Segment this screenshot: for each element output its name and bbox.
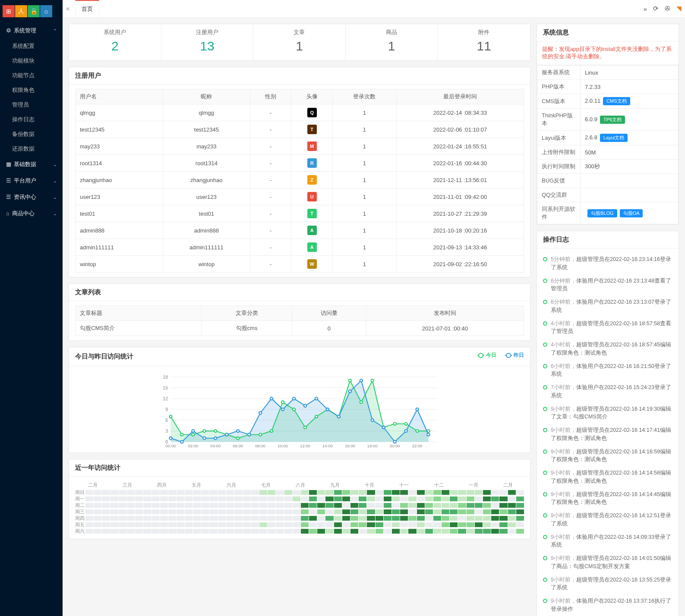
cell-username: user123: [76, 189, 163, 205]
heatmap-cell: [350, 522, 358, 527]
cell-avatar: M: [291, 138, 332, 155]
avatar: W: [307, 259, 317, 269]
heatmap-cell: [293, 516, 300, 521]
heatmap-cell: [160, 490, 168, 495]
chevron-icon: ⌄: [53, 195, 57, 200]
heatmap-cell: [342, 503, 350, 508]
cell-login-count: 1: [332, 239, 396, 256]
sysinfo-value: 300秒: [581, 160, 679, 174]
heatmap-cell: [293, 490, 300, 495]
stat-label: 附件: [438, 28, 530, 36]
sysinfo-row: ThinkPHP版本6.0.9TP6文档: [537, 109, 679, 131]
heatmap-cell: [384, 490, 391, 495]
flag-icon[interactable]: ◥: [676, 5, 682, 13]
tab-more-icon[interactable]: »: [644, 5, 647, 13]
doc-link-tag[interactable]: Layui文档: [600, 134, 628, 142]
log-item: 9小时前，体验用户在2022-02-16 13:37:16执行了登录操作: [543, 594, 672, 616]
heatmap-cell: [226, 490, 234, 495]
nav-group[interactable]: ☰平台用户⌄: [0, 173, 63, 189]
nav-sub-item[interactable]: 管理员: [0, 97, 63, 112]
log-time: 9小时前，: [551, 406, 576, 412]
heatmap-month-label: 一月: [469, 482, 478, 488]
heatmap-cell: [202, 516, 209, 521]
svg-point-57: [248, 433, 250, 436]
cell-avatar: A: [291, 222, 332, 239]
heatmap-cell: [226, 509, 234, 514]
sysinfo-key: Layui版本: [537, 131, 581, 145]
heatmap-cell: [309, 522, 317, 527]
heatmap-row: 周六: [75, 528, 524, 534]
heatmap-cell: [168, 509, 176, 514]
doc-link-tag[interactable]: 勾股BLOG: [587, 209, 617, 217]
heatmap-cell: [516, 509, 524, 514]
heatmap-cell: [350, 529, 358, 534]
nav-sub-item[interactable]: 系统配置: [0, 39, 63, 53]
refresh-icon[interactable]: ⟳: [653, 5, 659, 13]
svg-text:10:00: 10:00: [278, 443, 288, 448]
doc-link-tag[interactable]: TP6文档: [600, 116, 625, 124]
nav-sub-item[interactable]: 功能模块: [0, 53, 63, 68]
heatmap-cell: [110, 503, 118, 508]
heatmap-cell: [152, 529, 160, 534]
log-item: 9小时前，超级管理员在2022-02-16 14:14:45编辑了权限角色：测试…: [543, 488, 672, 509]
heatmap-cell: [119, 497, 126, 501]
heatmap-cell: [334, 497, 342, 501]
tab-home[interactable]: 首页: [75, 0, 99, 17]
cell-nickname: may233: [163, 138, 250, 155]
nav-sub-item[interactable]: 权限角色: [0, 83, 63, 97]
table-header: 最后登录时间: [397, 89, 524, 104]
heatmap-cell: [400, 503, 408, 508]
reguser-card: 注册用户 用户名昵称性别头像登录次数最后登录时间 qlmgg qlmgg - Q…: [69, 67, 530, 277]
heatmap-cell: [185, 522, 193, 527]
nav-sub-item[interactable]: 操作日志: [0, 112, 63, 127]
heatmap-cell: [276, 490, 284, 495]
nav-group[interactable]: ☰资讯中心⌄: [0, 189, 63, 205]
heatmap-cell: [499, 497, 507, 501]
heatmap-cell: [442, 516, 449, 521]
heatmap-cell: [193, 522, 201, 527]
heatmap-cell: [376, 529, 383, 534]
nav-group[interactable]: ⌂商品中心⌄: [0, 205, 63, 222]
heatmap-cell: [152, 516, 160, 521]
nav-group[interactable]: ⚙系统管理⌃: [0, 22, 63, 39]
heatmap-cell: [301, 516, 309, 521]
heatmap-cell: [508, 522, 516, 527]
heatmap-cell: [425, 522, 433, 527]
nav-group[interactable]: ▦基础数据⌄: [0, 156, 63, 173]
cell-username: root1314: [76, 155, 163, 172]
heatmap-cell: [218, 509, 226, 514]
heatmap-cell: [185, 509, 193, 514]
sysinfo-row: PHP版本7.2.33: [537, 80, 679, 94]
nav-sub-item[interactable]: 功能节点: [0, 68, 63, 83]
nav-sub-item[interactable]: 备份数据: [0, 127, 63, 141]
nav-sub-item[interactable]: 还原数据: [0, 141, 63, 156]
heatmap-cell: [442, 529, 449, 534]
sysinfo-row: BUG反馈: [537, 174, 679, 188]
chevron-icon: ⌄: [53, 179, 57, 183]
heatmap-cell: [400, 522, 408, 527]
heatmap-cell: [334, 516, 342, 521]
sysinfo-row: 上传附件限制50M: [537, 145, 679, 160]
heatmap-cell: [301, 497, 309, 501]
heatmap-cell: [276, 529, 284, 534]
doc-link-tag[interactable]: CMS文档: [603, 97, 630, 105]
heatmap-cell: [127, 509, 135, 514]
heatmap-cell: [442, 509, 449, 514]
heatmap-cell: [85, 529, 93, 534]
log-time: 6分钟前，: [551, 299, 576, 305]
heatmap-cell: [243, 522, 251, 527]
heatmap-cell: [226, 529, 234, 534]
chevron-icon: ⌃: [53, 28, 57, 33]
heatmap-cell: [268, 490, 275, 495]
svg-point-50: [169, 437, 172, 440]
heatmap-cell: [276, 516, 284, 521]
heatmap-cell: [450, 497, 458, 501]
doc-link-tag[interactable]: 勾股OA: [620, 209, 643, 217]
cleanup-icon[interactable]: ✇: [665, 5, 670, 13]
heatmap-day-label: 周五: [75, 522, 85, 528]
heatmap-cell: [491, 490, 499, 495]
collapse-icon[interactable]: «: [66, 5, 70, 13]
heatmap-cell: [102, 509, 110, 514]
heatmap-cell: [185, 490, 193, 495]
heatmap-cell: [376, 490, 383, 495]
